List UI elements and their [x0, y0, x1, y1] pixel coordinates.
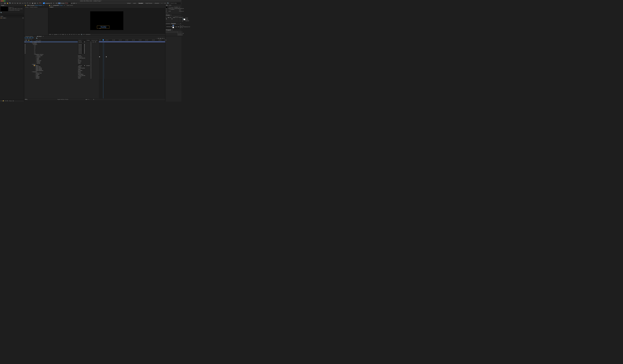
- timeline-search-icon[interactable]: 🔍: [36, 38, 38, 39]
- blend-mode-select[interactable]: Normal: [78, 52, 86, 54]
- audio-tab[interactable]: Audio: [168, 5, 171, 6]
- effect-controls-tab[interactable]: Effect Controls Textify Outlines: [26, 5, 43, 6]
- expression-link-icon[interactable]: @: [90, 66, 91, 67]
- snapshot-icon[interactable]: 📷: [81, 34, 82, 35]
- property-value[interactable]: ∞ 0.0,0.0 pixels: [78, 67, 85, 69]
- twirl-icon[interactable]: ▸: [34, 48, 35, 49]
- expression-link-icon[interactable]: @: [90, 51, 91, 52]
- workspace-standard[interactable]: Standard: [138, 2, 144, 4]
- workspace-learn[interactable]: Learn: [132, 2, 137, 4]
- property-value[interactable]: Shape...: [78, 66, 82, 67]
- fill-swatch[interactable]: [58, 2, 61, 4]
- tl-opt2-icon[interactable]: {}: [27, 99, 27, 100]
- exposure-icon[interactable]: ☀: [76, 34, 76, 35]
- snapping-checkbox[interactable]: [43, 2, 45, 4]
- add-menu-icon[interactable]: ⊙: [76, 3, 77, 4]
- roto-tool[interactable]: ✦: [37, 2, 38, 4]
- folder-icon[interactable]: 📁: [3, 100, 4, 101]
- zoom-slider[interactable]: ○───: [87, 99, 89, 100]
- brainstorm-icon[interactable]: ✉: [163, 38, 164, 39]
- shy-icon[interactable]: ⟆: [157, 38, 157, 39]
- property-value[interactable]: 100%: [78, 69, 81, 70]
- twirl-icon[interactable]: ▾: [32, 64, 32, 65]
- rectangle-tool[interactable]: ▭: [22, 2, 23, 4]
- lock-icon[interactable]: 🔒: [25, 5, 26, 6]
- type-tool[interactable]: T: [27, 2, 28, 4]
- reset-button[interactable]: Reset: [78, 71, 81, 72]
- clone-tool[interactable]: ▣: [32, 2, 33, 4]
- stopwatch-icon[interactable]: ○: [35, 78, 36, 79]
- hand-tool[interactable]: ✋: [7, 2, 8, 4]
- selection-tool[interactable]: ▶: [4, 2, 6, 4]
- expression-link-icon[interactable]: @: [90, 45, 91, 46]
- panel-menu-icon[interactable]: ≡: [171, 14, 171, 16]
- twirl-icon[interactable]: ▾: [33, 44, 33, 45]
- layer-tab[interactable]: Layer (none): [66, 5, 73, 6]
- rotation-tool[interactable]: ↻: [14, 2, 16, 4]
- first-frame-button[interactable]: |◀: [166, 17, 167, 22]
- property-value[interactable]: 160.0,940.0: [78, 74, 83, 75]
- expression-link-icon[interactable]: @: [90, 78, 91, 79]
- justify-right-button[interactable]: [175, 31, 176, 33]
- expression-link-icon[interactable]: @: [90, 65, 91, 66]
- include-audio-icon[interactable]: 🔊: [182, 18, 183, 19]
- expression-link-icon[interactable]: @: [90, 70, 91, 71]
- para-dir-icon[interactable]: ⊞: [183, 33, 184, 34]
- playhead[interactable]: [103, 40, 103, 41]
- leading-input[interactable]: 390 px: [182, 25, 184, 28]
- guides-icon[interactable]: ⊟: [71, 34, 72, 35]
- pen-tool[interactable]: ✎: [24, 2, 26, 4]
- visibility-toggle[interactable]: ◉: [25, 45, 26, 46]
- solo-switch-icon[interactable]: ○: [27, 40, 28, 41]
- mask-name[interactable]: Mask 1: [35, 65, 39, 66]
- character-tab[interactable]: Character: [171, 23, 176, 24]
- text-color-swatches[interactable]: [173, 25, 175, 28]
- property-value[interactable]: 0.0,0.0: [78, 72, 81, 74]
- twirl-icon[interactable]: ▾: [32, 43, 32, 44]
- twirl-icon[interactable]: ▸: [34, 53, 35, 54]
- eraser-tool[interactable]: ◧: [34, 2, 36, 4]
- info-tab[interactable]: Info: [166, 5, 168, 6]
- libraries-tab[interactable]: Libraries: [166, 23, 170, 24]
- property-value[interactable]: ∞ 100.0,100.0%: [78, 58, 85, 59]
- workspace-reset-icon[interactable]: ⊡: [164, 2, 166, 4]
- stopwatch-icon[interactable]: ○: [36, 58, 36, 59]
- project-col-name[interactable]: Name: [0, 16, 3, 17]
- stopwatch-icon[interactable]: ○: [36, 63, 36, 64]
- visibility-toggle[interactable]: ◉: [25, 49, 26, 50]
- twirl-icon[interactable]: ▾: [32, 71, 32, 72]
- expression-link-icon[interactable]: @: [90, 56, 91, 57]
- justify-center-button[interactable]: [173, 31, 174, 33]
- twirl-icon[interactable]: ▸: [34, 45, 35, 46]
- lock-switch-icon[interactable]: 🔒: [28, 40, 29, 41]
- channel-icon[interactable]: ⚙: [73, 34, 74, 35]
- camera-tool[interactable]: ⊕: [17, 2, 19, 4]
- project-search-input[interactable]: [0, 13, 23, 15]
- stroke-swatch[interactable]: [65, 2, 68, 4]
- expression-link-icon[interactable]: @: [90, 50, 91, 51]
- blend-mode-select[interactable]: Normal: [78, 41, 86, 43]
- property-value[interactable]: 0.0,0.0: [78, 55, 81, 56]
- loop-icon[interactable]: ↻: [182, 21, 183, 22]
- expression-link-icon[interactable]: @: [90, 69, 91, 70]
- keyframe[interactable]: [106, 56, 107, 57]
- preview-tab[interactable]: Preview: [166, 14, 170, 16]
- graph-editor-icon[interactable]: ⊞: [162, 38, 163, 39]
- close-window-button[interactable]: [1, 0, 2, 1]
- panel-chevron-icon[interactable]: »: [180, 23, 181, 24]
- mask-icon[interactable]: ◫: [65, 34, 66, 35]
- include-overlay-icon[interactable]: ⊞: [182, 20, 183, 21]
- zoom-dropdown[interactable]: 50%: [49, 34, 51, 35]
- expand-icon[interactable]: ⊞: [25, 99, 26, 100]
- property-value[interactable]: ∞ 100.0,100.0%: [78, 75, 85, 76]
- project-tab[interactable]: Project: [0, 5, 5, 6]
- keyframe[interactable]: [99, 56, 100, 57]
- font-style-select[interactable]: Bold: [175, 25, 179, 28]
- expression-link-icon[interactable]: @: [90, 63, 91, 64]
- orbit-tool[interactable]: ⟲: [12, 2, 13, 4]
- toggle-switches-button[interactable]: Toggle Switches / Modes: [57, 99, 68, 100]
- stopwatch-icon[interactable]: ○: [35, 72, 36, 74]
- stopwatch-icon[interactable]: ○: [35, 70, 36, 71]
- workspace-default[interactable]: Default: [126, 2, 132, 4]
- frame-blend-icon[interactable]: ⊠: [158, 38, 159, 39]
